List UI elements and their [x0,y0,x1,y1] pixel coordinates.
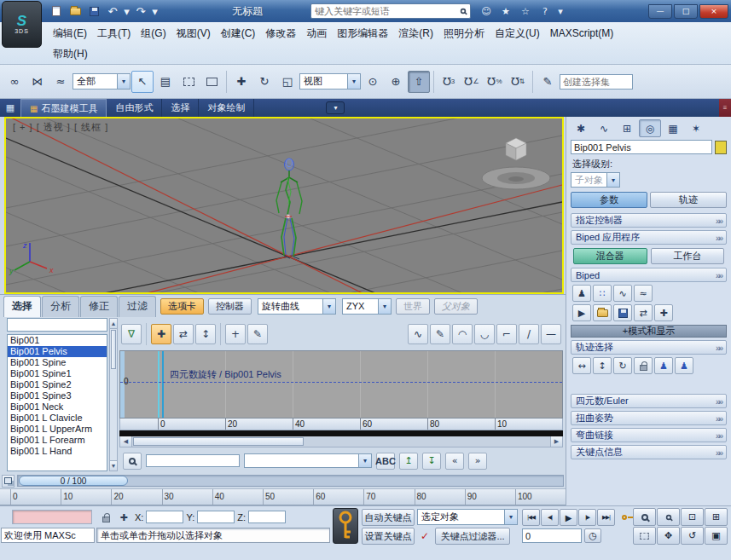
open-mini-curve-editor-button[interactable] [2,475,15,488]
rollout-bend-links[interactable]: 弯曲链接 [571,428,727,442]
open-file-button[interactable] [67,3,84,20]
scrollbar-track[interactable] [132,436,550,447]
tangent-smooth-icon[interactable] [541,324,561,344]
biped-wireframe[interactable] [276,159,302,259]
save-file-icon[interactable] [613,304,632,321]
use-pivot-point-center-icon[interactable] [362,71,384,93]
tab-hierarchy-icon[interactable] [616,119,638,137]
menu-item[interactable]: 创建(C) [216,25,261,43]
keyboard-shortcut-override-icon[interactable] [408,71,430,93]
absolute-offset-mode-toggle[interactable] [116,510,131,525]
trackbar-tick-label[interactable]: 30 [162,489,212,505]
zoom-extents-icon[interactable] [681,508,704,526]
curve-type-dropdown[interactable]: 旋转曲线 [258,298,336,315]
info-center-search[interactable] [310,3,471,19]
undo-button[interactable] [104,3,121,20]
scrollbar-thumb[interactable] [133,437,304,446]
scroll-left-icon[interactable]: ◀ [120,436,132,447]
track-list-item[interactable]: Bip001 Spine1 [8,368,107,379]
dropdown-arrow-icon[interactable] [117,74,130,89]
move-keys-icon[interactable] [151,324,171,344]
ribbon-right-handle[interactable]: ≡ [719,99,731,117]
object-name-field[interactable] [571,140,712,154]
slide-keys-icon[interactable] [173,324,194,344]
maximize-viewport-toggle-icon[interactable] [705,527,728,545]
abc-stats-icon[interactable]: ABC [376,453,395,470]
trackbar-tick-label[interactable]: 100 [515,489,566,505]
key-mode-toggle[interactable] [616,509,633,526]
rollout-key-info[interactable]: 关键点信息 [571,445,727,459]
tab-utilities-icon[interactable] [685,119,707,137]
workbench-tab[interactable]: 过滤 [119,296,156,317]
scroll-up-icon[interactable]: ▲ [110,319,117,329]
favorites-icon[interactable] [517,3,534,19]
trackbar-tick-label[interactable]: 0 [10,489,61,505]
zoom-all-icon[interactable] [657,508,680,526]
opposite-tracks-icon[interactable] [675,357,693,374]
tangent-step-icon[interactable] [496,324,517,344]
modes-and-display-bar[interactable]: +模式和显示 [571,325,727,338]
trackbar-tick-label[interactable]: 50 [263,489,313,505]
pan-view-icon[interactable] [657,527,680,545]
convert-icon[interactable] [634,304,653,321]
window-crossing-toggle-icon[interactable] [200,71,223,93]
redo-dropdown-icon[interactable] [151,3,159,20]
search-icon[interactable] [461,9,466,14]
dropdown-arrow-icon[interactable] [504,510,517,524]
rollout-quaternion-euler[interactable]: 四元数/Euler [571,394,727,408]
rollout-biped-apps[interactable]: Biped 应用程序 [571,230,727,245]
biped-playback-icon[interactable] [572,304,591,321]
menu-item[interactable]: 图形编辑器 [332,25,393,43]
zoom-region-icon[interactable] [123,453,142,470]
current-frame-marker[interactable] [158,351,160,418]
trackbar-tick-label[interactable]: 70 [363,489,414,505]
viewport-gizmo[interactable] [482,138,550,189]
selection-filter-dropdown[interactable]: 全部 [73,73,131,89]
menu-item[interactable]: 动画 [301,25,332,43]
save-file-button[interactable] [85,3,102,20]
controllers-button[interactable]: 控制器 [208,298,252,315]
angle-snap-toggle-icon[interactable] [461,71,483,93]
reference-coordinate-dropdown[interactable]: 视图 [299,73,361,89]
tangent-linear-icon[interactable] [519,324,539,344]
redo-button[interactable] [132,3,149,20]
spinner-snap-toggle-icon[interactable] [507,71,529,93]
ribbon-tab-selection[interactable]: 选择 [162,99,199,117]
trackbar-tick-label[interactable]: 90 [465,489,515,505]
workbench-tab[interactable]: 修正 [80,296,118,317]
curve-track-view[interactable]: 四元数旋转 / Bip001 Pelvis 0 [119,350,563,419]
add-keys-icon[interactable] [225,324,246,344]
new-scene-button[interactable] [48,3,65,20]
track-list-item[interactable]: Bip001 L Forearm [8,435,107,446]
maximize-button[interactable] [674,4,698,19]
sub-object-dropdown[interactable]: 子对象 [571,172,620,188]
time-slider-handle[interactable]: 0 / 100 [19,476,128,486]
world-button[interactable]: 世界 [396,298,430,315]
search-input[interactable] [315,6,456,16]
go-to-start-button[interactable] [522,509,540,526]
tangent-fast-icon[interactable] [452,324,473,344]
workbench-button[interactable]: 工作台 [651,248,725,264]
object-color-swatch[interactable] [715,141,727,154]
draw-curves-icon[interactable] [247,324,268,344]
workbench-tab[interactable]: 分析 [42,296,79,317]
key-value-field[interactable] [146,454,240,467]
perspective-viewport[interactable]: [ + ] [ 透视 ] [ 线框 ] [4,117,564,294]
menu-item[interactable]: MAXScript(M) [545,26,619,41]
dropdown-arrow-icon[interactable] [322,299,335,314]
application-menu-button[interactable]: S 3DS [2,1,42,48]
rollout-biped[interactable]: Biped [571,268,727,282]
unlink-selection-icon[interactable] [26,71,49,93]
ribbon-tab-object-paint[interactable]: 对象绘制 [199,99,254,117]
auto-key-button[interactable]: 自动关键点 [362,509,415,526]
selection-lock-toggle[interactable] [98,510,113,525]
track-list-item[interactable]: Bip001 Pelvis [8,346,107,357]
demote-track-icon[interactable] [422,453,441,470]
close-button[interactable] [699,4,728,19]
bind-to-space-warp-icon[interactable] [49,71,72,93]
track-list-item[interactable]: Bip001 Spine [8,357,107,368]
rectangular-selection-region-icon[interactable] [177,71,200,93]
figure-mode-icon[interactable] [572,285,591,302]
track-list-item[interactable]: Bip001 Neck [8,401,107,413]
tangent-slow-icon[interactable] [474,324,495,344]
